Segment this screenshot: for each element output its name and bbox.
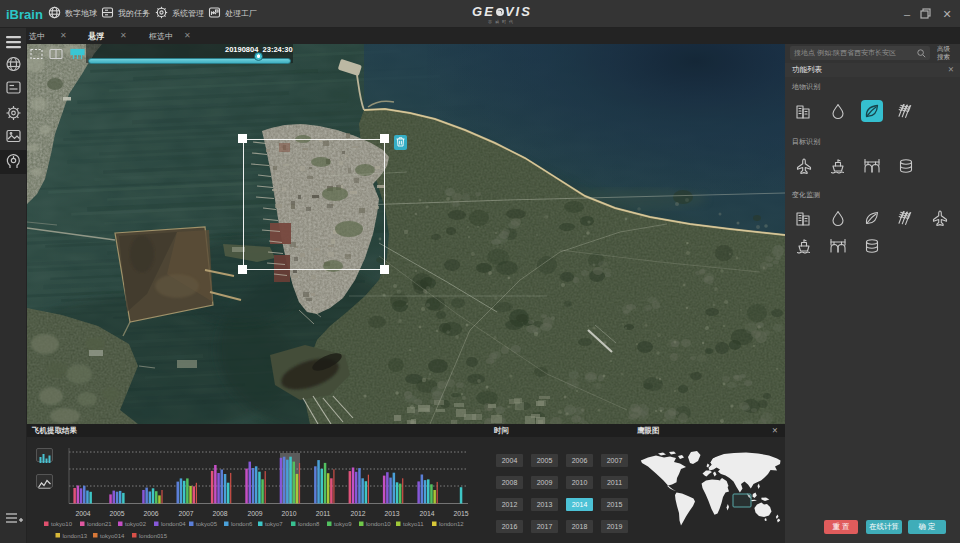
- svg-text:2004: 2004: [75, 510, 90, 517]
- svg-text:2011: 2011: [316, 510, 331, 517]
- svg-text:2009: 2009: [247, 510, 262, 517]
- svg-text:2008: 2008: [212, 510, 227, 517]
- svg-text:london04: london04: [161, 521, 186, 527]
- svg-text:london21: london21: [87, 521, 112, 527]
- svg-text:london12: london12: [439, 521, 464, 527]
- svg-text:london8: london8: [298, 521, 320, 527]
- svg-text:tokyo10: tokyo10: [51, 521, 73, 527]
- svg-text:2006: 2006: [143, 510, 158, 517]
- svg-text:tokyo7: tokyo7: [265, 521, 283, 527]
- svg-text:2005: 2005: [109, 510, 124, 517]
- svg-text:tokyo11: tokyo11: [403, 521, 424, 527]
- svg-text:london10: london10: [366, 521, 391, 527]
- svg-text:2007: 2007: [178, 510, 193, 517]
- svg-text:tokyo05: tokyo05: [196, 521, 218, 527]
- svg-text:tokyo014: tokyo014: [100, 533, 125, 539]
- svg-text:2014: 2014: [419, 510, 434, 517]
- svg-text:2012: 2012: [350, 510, 365, 517]
- svg-text:2010: 2010: [281, 510, 296, 517]
- svg-text:london6: london6: [231, 521, 253, 527]
- svg-text:2013: 2013: [384, 510, 399, 517]
- svg-text:london015: london015: [139, 533, 168, 539]
- svg-text:london13: london13: [63, 533, 88, 539]
- svg-text:2015: 2015: [453, 510, 468, 517]
- svg-text:tokyo9: tokyo9: [334, 521, 352, 527]
- svg-text:tokyo02: tokyo02: [125, 521, 147, 527]
